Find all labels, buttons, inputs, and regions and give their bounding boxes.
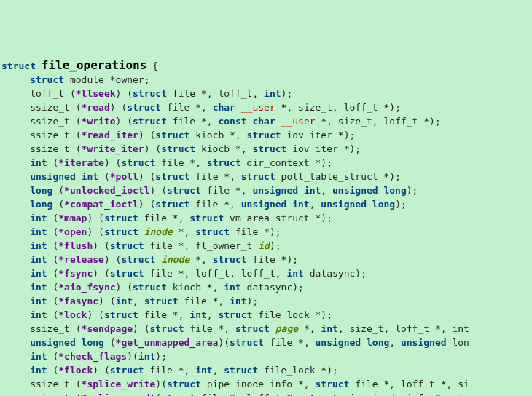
k: unsigned — [30, 337, 76, 348]
fn-fsync: *fsync — [58, 268, 93, 279]
t: file * — [144, 268, 184, 279]
k: int — [304, 185, 321, 196]
k: int — [292, 199, 309, 210]
k: struct — [121, 157, 155, 168]
k: int — [30, 240, 47, 251]
k: struct — [167, 379, 201, 389]
t: ssize_t — [30, 130, 70, 140]
k: struct — [155, 130, 189, 140]
t: size_t — [350, 323, 384, 334]
fn-write: *write — [82, 116, 116, 127]
k: int — [224, 282, 240, 293]
t: loff_t — [401, 379, 435, 389]
k: int — [30, 296, 47, 306]
t: file * — [189, 199, 230, 210]
k: int — [30, 365, 47, 376]
k: unsigned — [401, 337, 447, 348]
k: int — [264, 88, 281, 99]
k: int — [321, 323, 337, 334]
fn-poll: *poll — [110, 171, 138, 182]
k: int — [195, 365, 212, 376]
t: loff_t — [383, 116, 418, 127]
k: struct — [161, 392, 195, 396]
t: poll_table_struct * — [275, 171, 390, 182]
fn-fasync: *fasync — [58, 296, 98, 306]
k: int — [116, 296, 133, 306]
k: struct — [252, 143, 286, 154]
par-inode: inode — [144, 226, 173, 237]
fn-sendpage: *sendpage — [82, 323, 133, 334]
k: struct — [189, 213, 224, 223]
user-macro: __user — [241, 102, 275, 113]
k: unsigned — [30, 171, 76, 182]
k: struct — [218, 309, 252, 320]
k: struct — [133, 116, 167, 127]
fn-llseek: *llseek — [76, 88, 116, 99]
k: int — [230, 296, 246, 306]
t: file * — [161, 102, 201, 113]
par-inode: inode — [161, 254, 189, 265]
k: struct — [304, 392, 338, 396]
t: file * — [264, 337, 304, 348]
k: char — [252, 116, 275, 127]
k: int — [30, 226, 47, 237]
t: ssize_t — [30, 323, 70, 334]
t: file * — [195, 392, 235, 396]
keyword-struct: struct — [30, 74, 64, 85]
t: loff_t — [241, 268, 275, 279]
k: struct — [195, 226, 230, 237]
t: size_t — [338, 116, 372, 127]
k: int — [189, 309, 206, 320]
t: file * — [138, 213, 179, 223]
t: datasync — [304, 268, 355, 279]
t: loff_t — [195, 268, 230, 279]
t: file * — [184, 323, 224, 334]
k: struct — [110, 365, 144, 376]
t: loff_t — [344, 102, 378, 113]
k: int — [30, 309, 47, 320]
k: int — [82, 171, 98, 182]
fn-unlocked-ioctl: *unlocked_ioctl — [64, 185, 149, 196]
fn-splice-write: *splice_write — [82, 379, 156, 389]
k: int — [286, 268, 303, 279]
k: int — [138, 351, 155, 362]
k: unsigned — [316, 337, 361, 348]
t: ssize_t — [30, 116, 70, 127]
k: unsigned — [321, 199, 367, 210]
k: unsigned — [241, 199, 287, 210]
k: struct — [150, 323, 184, 334]
fn-release: *release — [58, 254, 104, 265]
k: struct — [235, 323, 270, 334]
k: long — [372, 199, 395, 210]
t: dir_context * — [241, 157, 321, 168]
type-module: module — [70, 74, 104, 85]
t: kiocb * — [195, 143, 241, 154]
k: struct — [207, 157, 241, 168]
k: int — [30, 351, 47, 362]
k: int — [30, 282, 47, 293]
k: struct — [241, 171, 275, 182]
k: long — [30, 185, 52, 196]
t: file_lock * — [258, 365, 326, 376]
t: file * — [201, 185, 241, 196]
struct-name: file_operations — [42, 58, 147, 72]
k: struct — [213, 254, 247, 265]
fn-flush: *flush — [58, 240, 93, 251]
k: struct — [104, 226, 138, 237]
k: struct — [110, 240, 144, 251]
k: const — [218, 116, 246, 127]
k: struct — [230, 337, 264, 348]
t: ssize_t — [30, 379, 70, 389]
t: file * — [167, 88, 207, 99]
fn-compat-ioctl: *compat_ioctl — [64, 199, 138, 210]
fn-mmap: *mmap — [58, 213, 87, 223]
k: struct — [110, 268, 144, 279]
k: long — [30, 199, 52, 210]
t: file * — [155, 157, 195, 168]
fn-write-iter: *write_iter — [82, 143, 144, 154]
t: iov_iter * — [281, 130, 344, 140]
fn-splice-read: *splice_read — [82, 392, 150, 396]
k: unsigned — [332, 185, 378, 196]
fn-read-iter: *read_iter — [82, 130, 138, 140]
par-page: page — [275, 323, 298, 334]
